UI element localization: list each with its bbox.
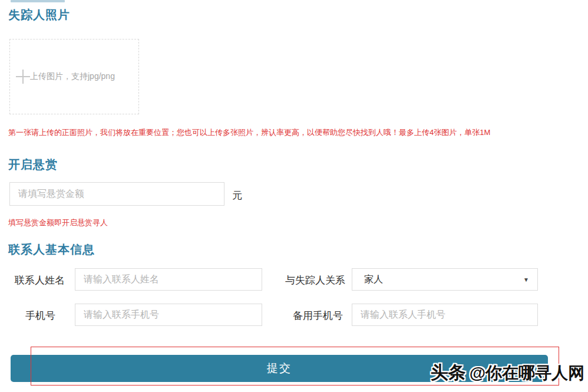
contact-name-input[interactable]: [75, 268, 262, 291]
relation-label: 与失踪人关系: [285, 274, 345, 287]
missing-person-form-page: 失踪人照片 上传图片，支持jpg/png 第一张请上传的正面照片，我们将放在重要…: [0, 0, 588, 392]
photo-section-title: 失踪人照片: [8, 7, 70, 23]
reward-amount-input[interactable]: [9, 182, 224, 206]
upload-hint-label: 上传图片，支持jpg/png: [30, 71, 115, 82]
contact-name-label: 联系人姓名: [15, 274, 65, 287]
submit-button[interactable]: 提交: [11, 355, 548, 382]
chevron-down-icon: ▼: [523, 276, 529, 283]
relation-select[interactable]: 家人 ▼: [352, 268, 538, 291]
phone-input[interactable]: [75, 304, 262, 326]
clipped-heading-fragment: [11, 0, 65, 2]
relation-selected-value: 家人: [364, 274, 523, 286]
reward-section-title: 开启悬赏: [8, 157, 58, 173]
plus-icon: [16, 70, 30, 84]
alt-phone-label: 备用手机号: [293, 309, 343, 322]
photo-upload-box[interactable]: 上传图片，支持jpg/png: [9, 39, 139, 114]
alt-phone-input[interactable]: [352, 304, 538, 326]
phone-label: 手机号: [25, 309, 55, 322]
currency-unit-label: 元: [232, 189, 242, 202]
reward-note: 填写悬赏金额即开启悬赏寻人: [8, 218, 108, 228]
contact-section-title: 联系人基本信息: [8, 242, 95, 258]
photo-upload-note: 第一张请上传的正面照片，我们将放在重要位置；您也可以上传多张照片，辨认率更高，以…: [8, 127, 490, 138]
